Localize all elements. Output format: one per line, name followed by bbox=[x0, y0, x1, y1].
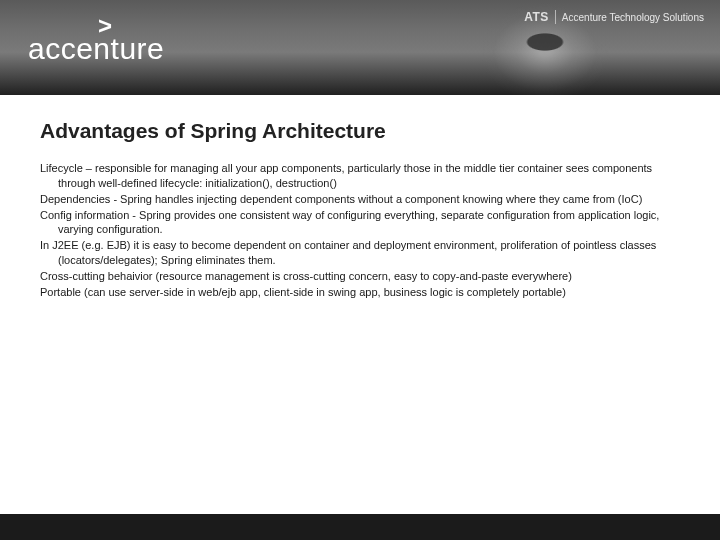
header-banner: > accenture ATS Accenture Technology Sol… bbox=[0, 0, 720, 95]
paragraph: Lifecycle – responsible for managing all… bbox=[40, 161, 680, 191]
ats-text: Accenture Technology Solutions bbox=[562, 12, 704, 23]
paragraph: In J2EE (e.g. EJB) it is easy to become … bbox=[40, 238, 680, 268]
paragraph: Config information - Spring provides one… bbox=[40, 208, 680, 238]
content-area: Advantages of Spring Architecture Lifecy… bbox=[0, 95, 720, 300]
paragraph: Cross-cutting behaivior (resource manage… bbox=[40, 269, 680, 284]
accenture-logo: > accenture bbox=[28, 18, 164, 66]
page-title: Advantages of Spring Architecture bbox=[40, 119, 680, 143]
logo-caret-icon: > bbox=[98, 12, 112, 40]
footer-bar bbox=[0, 514, 720, 540]
ats-badge: ATS bbox=[524, 10, 556, 24]
ats-label: ATS Accenture Technology Solutions bbox=[524, 10, 704, 24]
body-text: Lifecycle – responsible for managing all… bbox=[40, 161, 680, 300]
paragraph: Dependencies - Spring handles injecting … bbox=[40, 192, 680, 207]
paragraph: Portable (can use server-side in web/ejb… bbox=[40, 285, 680, 300]
logo-text: accenture bbox=[28, 32, 164, 66]
slide: > accenture ATS Accenture Technology Sol… bbox=[0, 0, 720, 540]
